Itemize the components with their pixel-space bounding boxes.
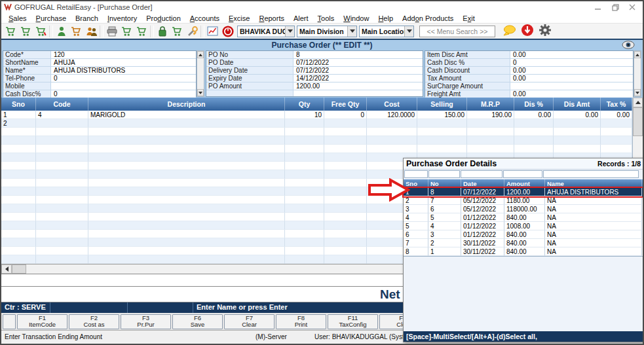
field-value[interactable] (51, 82, 196, 90)
column-header-dis-[interactable]: Dis % (514, 98, 554, 111)
supplier-panel-scrollbar[interactable] (197, 50, 204, 97)
table-row[interactable]: 14MARIGOLD100120.0000150.00190.000.000.0… (1, 111, 643, 119)
field-value[interactable] (510, 82, 633, 90)
field-value[interactable]: 07/12/2022 (294, 67, 423, 74)
cart-green-icon[interactable] (3, 24, 18, 38)
scroll-left-icon[interactable] (1, 264, 12, 274)
column-header-code[interactable]: Code (36, 98, 88, 111)
menu-excise[interactable]: Excise (224, 14, 254, 22)
scroll-up-icon[interactable] (633, 98, 643, 107)
field-value[interactable]: 0.00 (510, 67, 633, 74)
popup-column-header-no[interactable]: No (428, 179, 461, 188)
scrollbar-thumb[interactable] (12, 264, 26, 274)
filter-input[interactable] (543, 170, 639, 178)
popup-row[interactable]: 5401/12/20221008.00NA (404, 222, 643, 230)
wrench-icon[interactable] (185, 24, 200, 38)
chat-bubble-icon[interactable] (502, 24, 516, 39)
f7-clear-button[interactable]: F7Clear (224, 314, 275, 329)
popup-row[interactable]: 3605/12/2022118000.00NA (404, 205, 643, 213)
filter-input[interactable] (404, 170, 428, 178)
field-value[interactable]: 0 (51, 75, 196, 82)
table-row[interactable] (1, 145, 643, 153)
table-row[interactable] (1, 136, 643, 145)
field-value[interactable]: 0 (51, 90, 196, 98)
column-header-selling[interactable]: Selling (417, 98, 467, 111)
menu-tools[interactable]: Tools (313, 14, 339, 22)
popup-row[interactable]: 2705/12/20221180.00NA (404, 196, 643, 205)
printer-icon[interactable] (104, 24, 119, 38)
cart-green-icon[interactable] (18, 24, 33, 38)
field-value[interactable]: 0.00 (510, 90, 633, 98)
column-header-description[interactable]: Description (88, 98, 285, 111)
popup-column-header-date[interactable]: Date (461, 179, 504, 188)
menu-addon-products[interactable]: Addon Products (398, 14, 458, 22)
gear-icon[interactable] (539, 24, 552, 39)
f3-pr-pur-button[interactable]: F3Pr.Pur (121, 314, 171, 329)
menu-alert[interactable]: Alert (289, 14, 313, 22)
location-dropdown[interactable]: Main Location (359, 26, 414, 37)
scroll-down-icon[interactable] (634, 89, 641, 96)
popup-row[interactable]: 7230/11/2022840.00NA (404, 239, 643, 247)
column-header-dis-amt[interactable]: Dis Amt (554, 98, 601, 111)
field-value[interactable]: 0.00 (510, 51, 633, 58)
field-value[interactable]: 0 (510, 59, 633, 66)
cart-orange-icon[interactable] (69, 24, 84, 38)
scrollbar-thumb[interactable] (633, 107, 643, 136)
f8-print-button[interactable]: F8Print (276, 314, 326, 329)
popup-column-header-name[interactable]: Name (545, 179, 642, 188)
menu-reports[interactable]: Reports (254, 14, 289, 22)
field-value[interactable]: 1200.00 (294, 82, 423, 90)
scroll-up-icon[interactable] (197, 51, 204, 58)
minimize-button[interactable] (594, 3, 602, 11)
column-header-cost[interactable]: Cost (367, 98, 417, 111)
table-row[interactable] (1, 128, 643, 136)
scroll-down-icon[interactable] (197, 89, 204, 96)
restore-button[interactable] (611, 3, 619, 11)
person-green-icon[interactable] (54, 24, 69, 38)
popup-row-selected[interactable]: 1807/12/20221200.00AHUJA DISTRIBUTORS (404, 188, 643, 196)
menu-exit[interactable]: Exit (458, 14, 479, 22)
field-value[interactable]: AHUJA DISTRIBUTORS (51, 67, 196, 74)
power-icon[interactable] (220, 24, 235, 38)
field-value[interactable]: AHUJA (51, 59, 196, 66)
scroll-up-icon[interactable] (634, 51, 641, 58)
f6-save-button[interactable]: F6Save (172, 314, 223, 329)
download-update-icon[interactable] (521, 24, 534, 39)
menu-production[interactable]: Production (142, 14, 185, 22)
column-header-m-r-p[interactable]: M.R.P (467, 98, 514, 111)
field-value[interactable]: 8 (294, 51, 423, 58)
column-header-free-qty[interactable]: Free Qty (324, 98, 367, 111)
blank-function-button[interactable] (3, 314, 16, 329)
menu-branch[interactable]: Branch (71, 14, 103, 22)
popup-row[interactable]: 8130/11/2022840.00NA (404, 247, 643, 256)
filter-input[interactable] (503, 170, 542, 178)
menu-search-input[interactable] (419, 26, 495, 37)
f2-cost-as-button[interactable]: F2Cost as (69, 314, 119, 329)
amounts-panel-scrollbar[interactable] (634, 50, 641, 97)
popup-row[interactable]: 6301/12/2022840.00NA (404, 230, 643, 239)
chart-icon[interactable] (205, 24, 220, 38)
menu-inventory[interactable]: Inventory (103, 14, 142, 22)
column-header-tax-[interactable]: Tax % (601, 98, 632, 111)
popup-column-header-amount[interactable]: Amount (504, 179, 545, 188)
column-header-qty[interactable]: Qty (285, 98, 324, 111)
cart-green-icon[interactable] (170, 24, 185, 38)
bag-green-icon[interactable] (155, 24, 170, 38)
cart-green-icon[interactable] (119, 24, 134, 38)
menu-sales[interactable]: Sales (4, 14, 31, 22)
column-header-sno[interactable]: Sno (1, 98, 36, 111)
field-value[interactable]: 07/12/2022 (294, 59, 423, 66)
menu-accounts[interactable]: Accounts (185, 14, 224, 22)
users-orange-icon[interactable] (84, 24, 99, 38)
field-value[interactable]: 14/12/2022 (294, 75, 423, 82)
field-value[interactable] (294, 90, 423, 96)
filter-input[interactable] (461, 170, 502, 178)
menu-purchase[interactable]: Purchase (31, 14, 71, 22)
f11-taxconfig-button[interactable]: F11TaxConfig (328, 314, 378, 329)
popup-row[interactable]: 4501/12/2022840.00NA (404, 213, 643, 222)
field-value[interactable]: 0.00 (510, 75, 633, 82)
menu-help[interactable]: Help (373, 14, 398, 22)
user-dropdown[interactable]: BHAVIKA DUGG. (237, 26, 295, 37)
eye-icon[interactable] (622, 41, 635, 51)
cart-green-icon[interactable] (134, 24, 149, 38)
